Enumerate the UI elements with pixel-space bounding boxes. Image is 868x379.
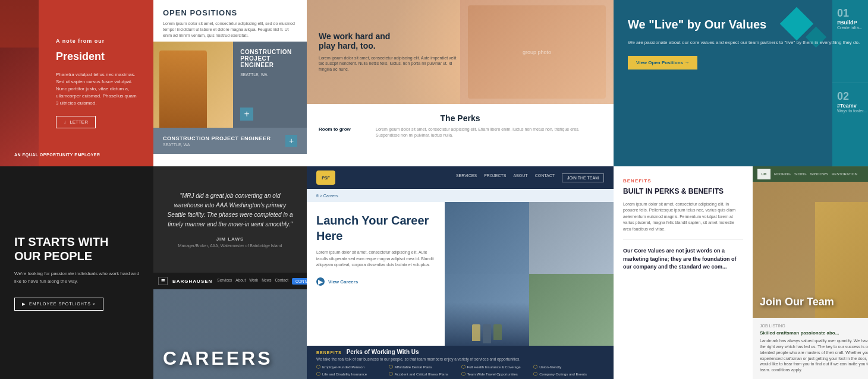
join-team-label: Join Our Team	[760, 296, 834, 308]
psf-nav-projects[interactable]: PROJECTS	[484, 173, 506, 182]
launch-career-panel: PSF SERVICES PROJECTS ABOUT CONTACT JOIN…	[307, 166, 614, 379]
lm-nav-windows[interactable]: WINDOWS	[810, 172, 828, 176]
quote-author: JIM LAWS	[165, 236, 295, 242]
lm-nav-restoration[interactable]: RESTORATION	[832, 172, 857, 176]
perk-8-icon: ⬡	[533, 371, 537, 377]
contact-button[interactable]: CONTACT	[292, 278, 307, 285]
perk-7-label: Team Wide Travel Opportunities	[467, 372, 518, 376]
careers-image: CAREERS	[153, 289, 307, 379]
open-positions-desc: Lorem ipsum dolor sit amet, consectetur …	[163, 21, 297, 38]
quote-role: Manager/Broker, AAA, Watermaster of Bain…	[165, 244, 295, 248]
barghausen-logo: ☰	[158, 277, 168, 285]
view-careers-icon: ▶	[316, 277, 325, 286]
president-panel: A note from our President Pharetra volut…	[0, 0, 153, 166]
launch-career-heading: Launch Your Career Here	[316, 213, 435, 244]
quote-text: "MRJ did a great job converting an old w…	[165, 191, 295, 229]
people-desc: We're looking for passionate individuals…	[14, 270, 139, 286]
nav-services[interactable]: Services	[217, 278, 232, 285]
view-careers-button[interactable]: ▶ View Careers	[316, 277, 358, 286]
lm-nav-siding[interactable]: SIDING	[794, 172, 807, 176]
psf-nav-contact[interactable]: CONTACT	[535, 173, 555, 182]
perk-items-grid: ⬡ Employer-Funded Pension ⬡ Affordable D…	[316, 364, 604, 377]
nav-news[interactable]: News	[262, 278, 271, 285]
job-card-title: CONSTRUCTION PROJECT ENGINEER	[163, 135, 271, 141]
quote-section: "MRJ did a great job converting an old w…	[153, 166, 307, 273]
values-panel: We "Live" by Our Values We are passionat…	[614, 0, 868, 166]
core-values-bottom: Our Core Values are not just words on a …	[623, 239, 743, 271]
career-img-4	[529, 274, 614, 346]
open-positions-header: OPEN POSITIONS Lorem ipsum dolor sit ame…	[153, 0, 307, 42]
perk-6-label: Accident and Critical Illness Plans	[395, 372, 448, 376]
nav-work[interactable]: Work	[249, 278, 258, 285]
barghausen-nav: ☰ BARGHAUSEN Services About Work News Co…	[153, 273, 307, 289]
psf-breadcrumb: ft > Careers	[307, 189, 614, 202]
benefits-tag: BENEFITS	[623, 178, 743, 184]
psf-main: Launch Your Career Here Lorem ipsum dolo…	[307, 202, 614, 346]
people-heading: IT STARTS WITH OUR PEOPLE	[14, 235, 139, 263]
psf-nav-about[interactable]: ABOUT	[514, 173, 528, 182]
career-img-2	[529, 202, 614, 274]
careers-label: CAREERS	[163, 348, 272, 369]
perk-1-label: Employer-Funded Pension	[322, 365, 364, 369]
core-values-section: BENEFITS BUILT IN PERKS & BENEFITS Lorem…	[614, 166, 753, 379]
job-card[interactable]: CONSTRUCTION PROJECT ENGINEER SEATTLE, W…	[153, 128, 307, 154]
job-card-plus[interactable]: +	[285, 135, 297, 147]
president-tag: A note from our	[56, 38, 139, 44]
president-title: President	[56, 50, 139, 64]
perk-4: ⬡ Union-friendly	[533, 364, 604, 369]
lm-nav-roofing[interactable]: ROOFING	[774, 172, 791, 176]
perk-8-label: Company Outings and Events	[539, 372, 587, 376]
perk-6-icon: ⬡	[389, 371, 393, 377]
perks-desc: We take the real talk of our business to…	[316, 357, 604, 361]
work-hard-image: group photo We work hard and play hard, …	[307, 0, 614, 104]
work-hard-panel: group photo We work hard and play hard, …	[307, 0, 614, 166]
join-team-image: Join Our Team	[753, 182, 868, 318]
nav-contact[interactable]: Contact	[275, 278, 288, 285]
psf-nav: PSF SERVICES PROJECTS ABOUT CONTACT JOIN…	[307, 166, 614, 189]
nav-about[interactable]: About	[235, 278, 246, 285]
values-heading: We "Live" by Our Values	[628, 17, 868, 32]
perks-heading: The Perks	[319, 113, 602, 123]
perk-8: ⬡ Company Outings and Events	[533, 371, 604, 377]
psf-benefits-bar: BENEFITS Perks of Working With Us We tak…	[307, 346, 614, 379]
perk-4-label: Union-friendly	[539, 365, 561, 369]
perk-5-icon: ⬡	[316, 371, 320, 377]
employee-spotlights-button[interactable]: ▶ EMPLOYEE SPOTLIGHTS >	[14, 298, 103, 311]
psf-logo: PSF	[316, 170, 335, 185]
people-panel: IT STARTS WITH OUR PEOPLE We're looking …	[0, 166, 153, 379]
psf-nav-items: SERVICES PROJECTS ABOUT CONTACT JOIN THE…	[456, 173, 604, 182]
psf-nav-services[interactable]: SERVICES	[456, 173, 477, 182]
barghausen-nav-items: Services About Work News Contact CONTACT	[217, 278, 307, 285]
barghausen-section: ☰ BARGHAUSEN Services About Work News Co…	[153, 273, 307, 379]
perks-item: Room to grow	[319, 127, 366, 132]
work-hard-heading: We work hard and play hard, too.	[319, 31, 457, 50]
join-landmark-section: LM ROOFING SIDING WINDOWS RESTORATION Jo…	[753, 166, 868, 379]
perk-5: ⬡ Life and Disability Insurance	[316, 371, 387, 377]
psf-right-images	[445, 202, 614, 346]
open-positions-title: OPEN POSITIONS	[163, 8, 297, 17]
perks-section: The Perks Room to grow Lorem ipsum dolor…	[307, 104, 614, 148]
landmark-logo: LM	[757, 169, 770, 179]
skilled-tag: JOB LISTING	[760, 324, 868, 328]
psf-left: Launch Your Career Here Lorem ipsum dolo…	[307, 202, 445, 346]
join-team-button[interactable]: JOIN THE TEAM	[562, 173, 604, 182]
benefits-desc: Lorem ipsum dolor sit amet, consectetur …	[623, 201, 743, 233]
letter-button[interactable]: ↓ LETTER	[56, 116, 96, 128]
perk-2-label: Affordable Dental Plans	[395, 365, 432, 369]
job-plus-icon[interactable]: +	[240, 108, 253, 121]
construction-image: CONSTRUCTION PROJECT ENGINEER SEATTLE, W…	[153, 42, 307, 128]
perk-7: ⬡ Team Wide Travel Opportunities	[461, 371, 532, 377]
benefits-heading: BUILT IN PERKS & BENEFITS	[623, 187, 743, 197]
job-location-overlay: SEATTLE, WA	[240, 72, 300, 78]
perk-6: ⬡ Accident and Critical Illness Plans	[389, 371, 460, 377]
landmark-nav: LM ROOFING SIDING WINDOWS RESTORATION	[753, 166, 868, 182]
landmark-nav-items: ROOFING SIDING WINDOWS RESTORATION	[774, 172, 857, 176]
view-positions-button[interactable]: View Open Positions →	[628, 56, 697, 70]
skilled-heading: Skilled craftsman passionate abo...	[760, 330, 868, 336]
join-team-body: Landmark has always valued quality over …	[760, 338, 868, 373]
core-values-text: Our Core Values are not just words on a …	[623, 247, 743, 271]
benefits-section: BENEFITS BUILT IN PERKS & BENEFITS Lorem…	[623, 178, 743, 232]
perks-heading: Perks of Working With Us	[347, 349, 419, 355]
perk-1-icon: ⬡	[316, 364, 320, 369]
skilled-section: JOB LISTING Skilled craftsman passionate…	[753, 318, 868, 379]
